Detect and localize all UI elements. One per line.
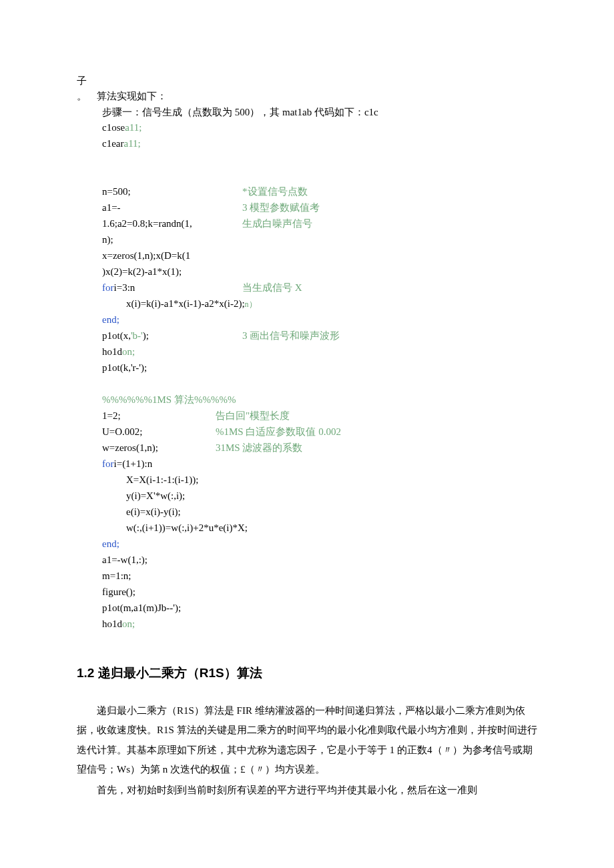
section-para-2: 首先，对初始时刻到当前时刻所有误差的平方进行平均并使其最小化，然后在这一准则 bbox=[77, 781, 537, 800]
code-u-comment: %1MS 白适应参数取值 0.002 bbox=[216, 424, 341, 440]
code-for2-l4: w(:,(i+1))=w(:,i)+2*u*e(i)*X; bbox=[126, 520, 248, 536]
code-all-1: a11; bbox=[125, 120, 141, 135]
code-plot1-a: p1ot(x, bbox=[102, 330, 131, 341]
code-hold1-b: on; bbox=[122, 344, 135, 360]
code-l-comment: 告白回"模型长度 bbox=[216, 408, 290, 424]
code-figure: figure(); bbox=[102, 584, 135, 600]
code-end-2: end; bbox=[102, 536, 119, 552]
code-l-assign: 1=2; bbox=[102, 408, 216, 424]
code-n-comment: *设置信号点数 bbox=[242, 184, 308, 199]
code-for1-body: x(i)=k(i)-a1*x(i-1)-a2*x(i-2); bbox=[126, 296, 245, 312]
code-for1-body-sup: n） bbox=[245, 298, 257, 311]
code-block-1: c1osea11; c1eara11; n=500; *设置信号点数 a1=- … bbox=[77, 120, 537, 632]
code-clear: c1ear bbox=[102, 136, 123, 151]
code-x2: )x(2)=k(2)-a1*x(1); bbox=[102, 264, 182, 280]
code-for2-l2: y(i)=X'*w(:,i); bbox=[126, 488, 185, 504]
code-a1w: a1=-w(1,:); bbox=[102, 552, 147, 568]
code-for2-l3: e(i)=x(i)-y(i); bbox=[126, 504, 181, 520]
code-plot1-c: ); bbox=[143, 330, 149, 341]
code-lms-header: %%%%%%1MS 算法%%%%% bbox=[102, 392, 236, 408]
code-a1-cont-comment: 生成白噪声信号 bbox=[242, 216, 312, 232]
section-title-1-2: 1.2 递归最小二乘方（R1S）算法 bbox=[77, 663, 537, 683]
code-w-comment: 31MS 滤波器的系数 bbox=[216, 440, 302, 456]
code-plot2: p1ot(k,'r-'); bbox=[102, 360, 147, 376]
code-all-2: a11; bbox=[123, 136, 140, 151]
code-n-close: n); bbox=[102, 232, 113, 248]
code-plot1-comment: 3 画出信号和噪声波形 bbox=[242, 328, 340, 344]
code-for2-l1: X=X(i-1:-1:(i-1)); bbox=[126, 472, 198, 488]
code-hold2-b: on; bbox=[122, 616, 135, 632]
code-a1-cont: 1.6;a2=0.8;k=randn(1, bbox=[102, 216, 242, 232]
code-hold1-a: ho1d bbox=[102, 344, 122, 360]
intro-line-1: 子 bbox=[77, 73, 537, 89]
code-close: c1ose bbox=[102, 120, 125, 135]
code-w-assign: w=zeros(1,n); bbox=[102, 440, 216, 456]
section-para-1: 递归最小二乘方（R1S）算法是 FIR 维纳灌波器的一种时间递归算法，严格以最小… bbox=[77, 701, 537, 779]
code-plot3: p1ot(m,a1(m)Jb--'); bbox=[102, 600, 181, 616]
code-u-assign: U=O.002; bbox=[102, 424, 216, 440]
code-m: m=1:n; bbox=[102, 568, 131, 584]
code-a1-assign: a1=- bbox=[102, 200, 242, 215]
code-for1: i=3:n bbox=[114, 282, 135, 293]
step-1: 步骤一：信号生成（点数取为 500），其 mat1ab 代码如下：c1c bbox=[77, 105, 537, 120]
code-a1-comment: 3 模型参数赋值考 bbox=[242, 200, 320, 215]
code-hold2-a: ho1d bbox=[102, 616, 122, 632]
intro-line-2: 。 算法实现如下： bbox=[77, 89, 537, 104]
code-for2: i=(1+1):n bbox=[114, 456, 153, 472]
code-end-1: end; bbox=[102, 312, 119, 328]
code-for-keyword-2: for bbox=[102, 456, 114, 472]
code-for1-comment: 当生成信号 X bbox=[242, 280, 302, 296]
code-n-assign: n=500; bbox=[102, 184, 242, 199]
code-plot1-b: 'b-' bbox=[131, 330, 143, 341]
code-for-keyword-1: for bbox=[102, 282, 114, 293]
document-page: 子 。 算法实现如下： 步骤一：信号生成（点数取为 500），其 mat1ab … bbox=[0, 0, 614, 868]
code-xzeros: x=zeros(1,n);x(D=k(1 bbox=[102, 248, 190, 264]
